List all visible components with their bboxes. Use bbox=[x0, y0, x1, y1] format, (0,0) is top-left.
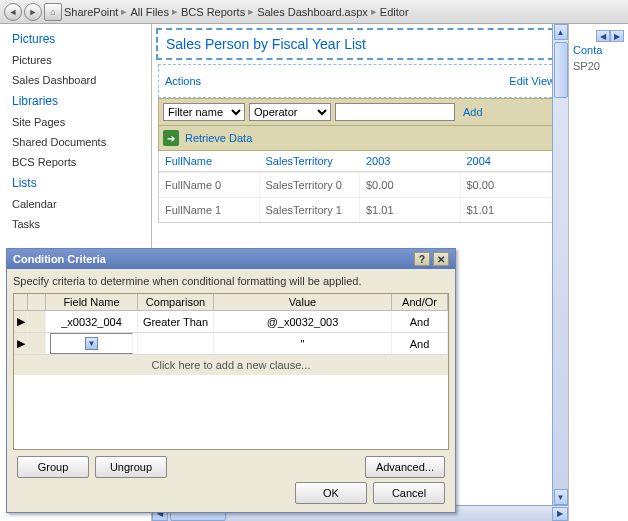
crumb-3[interactable]: Sales Dashboard.aspx bbox=[257, 6, 368, 18]
row-pointer-icon: ▶ bbox=[14, 333, 28, 354]
dialog-hint: Specify criteria to determine when condi… bbox=[13, 275, 449, 287]
operator-select[interactable]: Operator bbox=[249, 103, 331, 121]
andor-cell[interactable]: And bbox=[392, 311, 448, 332]
nav-header-libraries[interactable]: Libraries bbox=[0, 90, 151, 112]
andor-cell[interactable]: And bbox=[392, 333, 448, 354]
webpart-title[interactable]: Sales Person by Fiscal Year List bbox=[156, 28, 564, 60]
ok-button[interactable]: OK bbox=[295, 482, 367, 504]
scroll-thumb[interactable] bbox=[554, 42, 568, 98]
nav-item[interactable]: Sales Dashboard bbox=[0, 70, 151, 90]
condition-criteria-dialog: Condition Criteria ? ✕ Specify criteria … bbox=[6, 248, 456, 513]
crumb-4[interactable]: Editor bbox=[380, 6, 409, 18]
value-cell[interactable]: '' bbox=[214, 333, 392, 354]
crumb-0[interactable]: SharePoint bbox=[64, 6, 118, 18]
nav-item[interactable]: Shared Documents bbox=[0, 132, 151, 152]
col-header[interactable]: 2003 bbox=[360, 151, 461, 172]
col-comparison: Comparison bbox=[138, 294, 214, 310]
navigation-toolbar: ◄ ► ⌂ SharePoint▸ All Files▸ BCS Reports… bbox=[0, 0, 628, 24]
add-clause-link[interactable]: Click here to add a new clause... bbox=[14, 355, 448, 375]
crumb-1[interactable]: All Files bbox=[130, 6, 169, 18]
nav-item[interactable]: Pictures bbox=[0, 50, 151, 70]
back-button[interactable]: ◄ bbox=[4, 3, 22, 21]
breadcrumb: SharePoint▸ All Files▸ BCS Reports▸ Sale… bbox=[64, 5, 409, 18]
edit-view-link[interactable]: Edit View bbox=[509, 75, 555, 87]
crumb-2[interactable]: BCS Reports bbox=[181, 6, 245, 18]
field-cell[interactable]: _x0032_004 bbox=[46, 311, 138, 332]
table-row: FullName 1 SalesTerritory 1 $1.01 $1.01 bbox=[159, 197, 561, 222]
criteria-grid: Field Name Comparison Value And/Or ▶ _x0… bbox=[13, 293, 449, 450]
nav-header-pictures[interactable]: Pictures bbox=[0, 28, 151, 50]
add-filter-link[interactable]: Add bbox=[463, 106, 483, 118]
nav-header-lists[interactable]: Lists bbox=[0, 172, 151, 194]
advanced-button[interactable]: Advanced... bbox=[365, 456, 445, 478]
filter-bar: Filter name Operator Add bbox=[158, 98, 562, 126]
data-grid: FullName SalesTerritory 2003 2004 FullNa… bbox=[158, 151, 562, 223]
scroll-right-icon[interactable]: ▶ bbox=[610, 30, 624, 42]
nav-item[interactable]: Site Pages bbox=[0, 112, 151, 132]
filter-name-select[interactable]: Filter name bbox=[163, 103, 245, 121]
right-text: SP20 bbox=[573, 60, 624, 72]
chevron-down-icon[interactable]: ▼ bbox=[85, 337, 98, 350]
nav-item[interactable]: Calendar bbox=[0, 194, 151, 214]
panel-scroll[interactable]: ◀ ▶ bbox=[573, 30, 624, 42]
col-header[interactable]: SalesTerritory bbox=[260, 151, 361, 172]
col-field: Field Name bbox=[46, 294, 138, 310]
right-panel: ◀ ▶ Conta SP20 bbox=[568, 24, 628, 521]
criteria-row[interactable]: ▶ _x0032_004 Greater Than @_x0032_003 An… bbox=[14, 311, 448, 333]
field-cell[interactable]: ▼ bbox=[46, 333, 138, 354]
col-andor: And/Or bbox=[392, 294, 448, 310]
col-header[interactable]: 2004 bbox=[461, 151, 562, 172]
col-value: Value bbox=[214, 294, 392, 310]
actions-bar: Actions Edit View bbox=[158, 64, 562, 98]
cancel-button[interactable]: Cancel bbox=[373, 482, 445, 504]
col-header[interactable]: FullName bbox=[159, 151, 260, 172]
forward-button[interactable]: ► bbox=[24, 3, 42, 21]
value-cell[interactable]: @_x0032_003 bbox=[214, 311, 392, 332]
scroll-up-icon[interactable]: ▲ bbox=[554, 24, 568, 40]
contacts-link[interactable]: Conta bbox=[573, 44, 624, 56]
retrieve-icon: ➔ bbox=[163, 130, 179, 146]
ungroup-button[interactable]: Ungroup bbox=[95, 456, 167, 478]
table-row: FullName 0 SalesTerritory 0 $0.00 $0.00 bbox=[159, 172, 561, 197]
row-pointer-icon: ▶ bbox=[14, 311, 28, 332]
help-button[interactable]: ? bbox=[414, 252, 430, 266]
retrieve-data-link[interactable]: Retrieve Data bbox=[185, 132, 252, 144]
group-button[interactable]: Group bbox=[17, 456, 89, 478]
comparison-cell[interactable]: Greater Than bbox=[138, 311, 214, 332]
dialog-titlebar[interactable]: Condition Criteria ? ✕ bbox=[7, 249, 455, 269]
nav-item[interactable]: BCS Reports bbox=[0, 152, 151, 172]
nav-item[interactable]: Tasks bbox=[0, 214, 151, 234]
close-button[interactable]: ✕ bbox=[433, 252, 449, 266]
dialog-title: Condition Criteria bbox=[13, 253, 106, 265]
scroll-down-icon[interactable]: ▼ bbox=[554, 489, 568, 505]
scroll-left-icon[interactable]: ◀ bbox=[596, 30, 610, 42]
home-button[interactable]: ⌂ bbox=[44, 3, 62, 21]
vertical-scrollbar[interactable]: ▲ ▼ bbox=[552, 24, 568, 505]
scroll-right-icon[interactable]: ▶ bbox=[552, 507, 568, 521]
filter-value-input[interactable] bbox=[335, 103, 455, 121]
actions-link[interactable]: Actions bbox=[165, 75, 201, 87]
field-dropdown[interactable]: ▼ bbox=[50, 333, 133, 354]
retrieve-bar: ➔ Retrieve Data bbox=[158, 126, 562, 151]
comparison-cell[interactable] bbox=[138, 333, 214, 354]
criteria-row[interactable]: ▶ ▼ '' And bbox=[14, 333, 448, 355]
